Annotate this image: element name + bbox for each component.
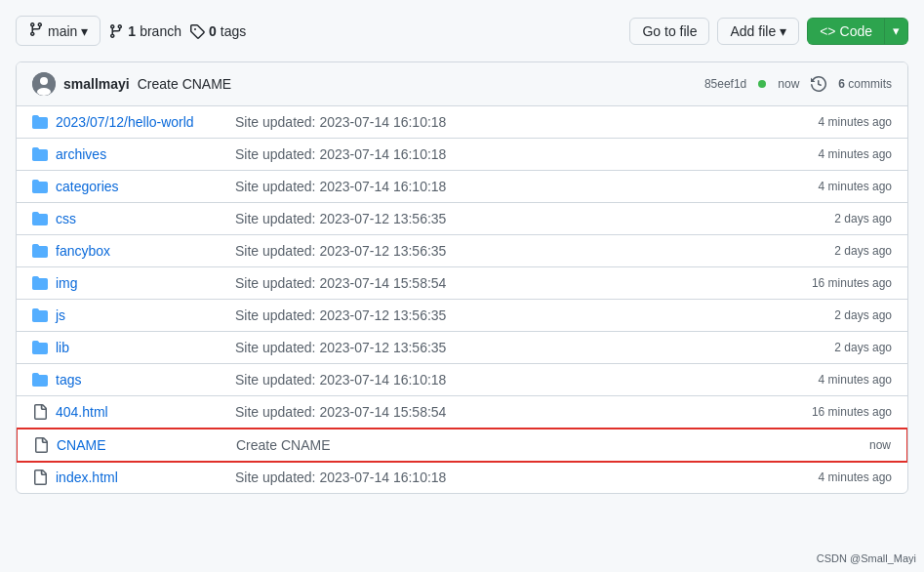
- branch-button[interactable]: main ▾: [16, 16, 100, 46]
- toolbar-right: Go to file Add file ▾ <> Code ▾: [629, 18, 908, 45]
- add-file-chevron-icon: ▾: [780, 23, 786, 39]
- file-time: 2 days ago: [784, 308, 892, 322]
- code-main-button[interactable]: <> Code: [807, 18, 884, 45]
- file-time: now: [783, 438, 891, 452]
- file-commit-message: Site updated: 2023-07-14 16:10:18: [220, 372, 777, 388]
- file-row: archivesSite updated: 2023-07-14 16:10:1…: [17, 139, 907, 171]
- tag-count: 0: [209, 23, 217, 39]
- repo-file-box: smallmayi Create CNAME 85eef1d now 6 com…: [16, 61, 908, 494]
- commit-info-row: smallmayi Create CNAME 85eef1d now 6 com…: [17, 62, 907, 106]
- code-icon: <>: [820, 23, 835, 39]
- commit-status-dot: [758, 80, 766, 88]
- file-commit-message: Site updated: 2023-07-14 16:10:18: [220, 470, 777, 485]
- file-time: 16 minutes ago: [784, 276, 892, 290]
- file-row: imgSite updated: 2023-07-14 15:58:5416 m…: [17, 267, 907, 300]
- tag-label: tags: [221, 23, 246, 39]
- add-file-label: Add file: [730, 23, 776, 39]
- file-name[interactable]: index.html: [56, 470, 212, 485]
- branch-count: 1: [128, 23, 136, 39]
- tag-count-icon: [189, 23, 205, 39]
- folder-icon: [32, 307, 48, 323]
- commit-time: now: [778, 77, 799, 91]
- file-name[interactable]: js: [56, 307, 212, 323]
- branch-count-icon: [108, 23, 124, 39]
- file-commit-message: Site updated: 2023-07-14 16:10:18: [220, 146, 777, 162]
- file-commit-message: Site updated: 2023-07-12 13:56:35: [220, 340, 777, 355]
- folder-icon: [32, 114, 48, 130]
- file-commit-message: Site updated: 2023-07-14 15:58:54: [220, 404, 777, 420]
- chevron-down-icon: ▾: [81, 23, 88, 39]
- branch-label: branch: [140, 23, 181, 39]
- file-row: cssSite updated: 2023-07-12 13:56:352 da…: [17, 203, 907, 235]
- file-row: CNAMECreate CNAMEnow: [16, 428, 908, 463]
- add-file-button[interactable]: Add file ▾: [717, 18, 799, 45]
- file-name[interactable]: archives: [56, 146, 212, 162]
- file-commit-message: Create CNAME: [221, 437, 776, 453]
- file-icon: [33, 437, 49, 453]
- file-icon: [32, 404, 48, 420]
- svg-point-1: [40, 77, 48, 85]
- toolbar-left: main ▾ 1 branch 0 tags: [16, 16, 622, 46]
- file-row: jsSite updated: 2023-07-12 13:56:352 day…: [17, 300, 907, 332]
- file-time: 16 minutes ago: [784, 405, 892, 419]
- svg-point-2: [37, 88, 51, 96]
- folder-icon: [32, 275, 48, 291]
- file-name[interactable]: fancybox: [56, 243, 212, 259]
- commit-message: Create CNAME: [138, 76, 697, 92]
- file-time: 2 days ago: [784, 244, 892, 258]
- file-commit-message: Site updated: 2023-07-12 13:56:35: [220, 243, 777, 259]
- file-time: 4 minutes ago: [784, 373, 892, 387]
- file-time: 2 days ago: [784, 341, 892, 354]
- commit-count[interactable]: 6 commits: [838, 77, 892, 91]
- file-row: 2023/07/12/hello-worldSite updated: 2023…: [17, 106, 907, 139]
- file-name[interactable]: tags: [56, 372, 212, 388]
- file-time: 4 minutes ago: [784, 470, 892, 484]
- branch-icon: [28, 21, 44, 40]
- code-caret-icon: ▾: [893, 23, 900, 38]
- file-name[interactable]: lib: [56, 340, 212, 355]
- file-name[interactable]: CNAME: [57, 437, 213, 453]
- file-name[interactable]: 404.html: [56, 404, 212, 420]
- file-commit-message: Site updated: 2023-07-14 16:10:18: [220, 179, 777, 194]
- file-row: libSite updated: 2023-07-12 13:56:352 da…: [17, 332, 907, 364]
- folder-icon: [32, 372, 48, 388]
- file-row: 404.htmlSite updated: 2023-07-14 15:58:5…: [17, 396, 907, 429]
- file-row: tagsSite updated: 2023-07-14 16:10:184 m…: [17, 364, 907, 396]
- file-commit-message: Site updated: 2023-07-14 16:10:18: [220, 114, 777, 130]
- branch-count-info[interactable]: 1 branch: [108, 23, 181, 39]
- branch-dropdown-label: main: [48, 23, 77, 39]
- author-avatar: [32, 72, 56, 96]
- file-commit-message: Site updated: 2023-07-12 13:56:35: [220, 211, 777, 226]
- folder-icon: [32, 146, 48, 162]
- file-time: 2 days ago: [784, 212, 892, 225]
- file-row: categoriesSite updated: 2023-07-14 16:10…: [17, 171, 907, 203]
- commit-hash[interactable]: 85eef1d: [704, 77, 746, 91]
- commit-count-number: 6: [838, 77, 845, 91]
- file-icon: [32, 470, 48, 485]
- file-name[interactable]: css: [56, 211, 212, 226]
- folder-icon: [32, 211, 48, 226]
- tag-count-info[interactable]: 0 tags: [189, 23, 246, 39]
- folder-icon: [32, 179, 48, 194]
- file-time: 4 minutes ago: [784, 180, 892, 193]
- file-name[interactable]: categories: [56, 179, 212, 194]
- commit-author[interactable]: smallmayi: [63, 76, 130, 92]
- go-to-file-button[interactable]: Go to file: [629, 18, 709, 45]
- toolbar: main ▾ 1 branch 0 tags Go: [16, 16, 908, 46]
- file-row: index.htmlSite updated: 2023-07-14 16:10…: [17, 462, 907, 493]
- code-dropdown-button[interactable]: ▾: [884, 18, 908, 45]
- file-list: 2023/07/12/hello-worldSite updated: 2023…: [17, 106, 907, 493]
- commit-meta: 85eef1d now 6 commits: [704, 76, 892, 92]
- file-name[interactable]: img: [56, 275, 212, 291]
- commit-count-label: commits: [848, 77, 892, 91]
- file-commit-message: Site updated: 2023-07-14 15:58:54: [220, 275, 777, 291]
- history-icon: [811, 76, 826, 92]
- code-button-group: <> Code ▾: [807, 18, 908, 45]
- go-to-file-label: Go to file: [642, 23, 697, 39]
- file-name[interactable]: 2023/07/12/hello-world: [56, 114, 212, 130]
- folder-icon: [32, 340, 48, 355]
- file-time: 4 minutes ago: [784, 147, 892, 161]
- file-time: 4 minutes ago: [784, 115, 892, 129]
- file-row: fancyboxSite updated: 2023-07-12 13:56:3…: [17, 235, 907, 267]
- code-label: Code: [840, 23, 872, 39]
